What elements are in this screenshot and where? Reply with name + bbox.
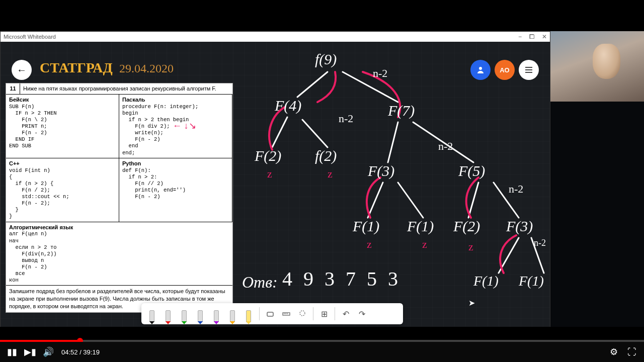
node-f1b: F(1) — [407, 218, 434, 235]
svg-rect-1 — [267, 312, 273, 316]
node-f2b: f(2) — [315, 147, 337, 164]
window-close[interactable]: ✕ — [542, 33, 547, 40]
pen-red[interactable] — [162, 305, 175, 322]
undo-button[interactable]: ↶ — [339, 307, 352, 320]
window-minimize[interactable]: − — [518, 33, 522, 40]
pen-black[interactable] — [145, 305, 158, 322]
next-button[interactable]: ▶▮ — [25, 347, 35, 357]
video-controls: ▮▮ ▶▮ 🔊 04:52 / 39:19 ⚙ ⛶ — [0, 342, 644, 362]
label-z4: z — [422, 238, 427, 251]
back-button[interactable]: ← — [12, 60, 32, 80]
menu-icon — [525, 67, 532, 73]
python-code: def F(n): if n > 2: F(n // 2) print(n, e… — [122, 167, 229, 201]
settings-button[interactable]: ⚙ — [609, 347, 619, 357]
label-z1: z — [267, 167, 272, 180]
label-z3: z — [367, 238, 372, 251]
participant-avatar-ao[interactable]: АО — [495, 60, 515, 80]
python-title: Python — [122, 160, 141, 166]
lasso-button[interactable] — [296, 307, 309, 320]
label-nm2-e: n-2 — [534, 238, 546, 248]
pascal-code: procedure F(n: integer); begin if n > 2 … — [122, 104, 229, 156]
label-nm2-b: n-2 — [339, 112, 353, 125]
answer-label: Отв: — [242, 273, 278, 292]
pen-green[interactable] — [178, 305, 191, 322]
alg-title: Алгоритмический язык — [9, 224, 73, 230]
node-f7: F(7) — [388, 102, 415, 119]
node-f4: F(4) — [275, 97, 301, 114]
basic-code: SUB F(n) IF n > 2 THEN F(n \ 2) PRINT n;… — [9, 104, 116, 150]
person-icon — [476, 66, 485, 74]
node-f5: F(5) — [458, 162, 485, 179]
node-f9: f(9) — [315, 51, 337, 68]
board-title: СТАТГРАД — [40, 60, 113, 76]
pascal-title: Паскаль — [122, 97, 145, 103]
presenter-webcam — [550, 31, 644, 102]
ruler-button[interactable] — [280, 307, 293, 320]
alg-code: алг F(цел n) нач если n > 2 то F(div(n,2… — [9, 231, 229, 284]
volume-button[interactable]: 🔊 — [43, 347, 53, 357]
window-titlebar: Microsoft Whiteboard − ⧠ ✕ — [1, 32, 550, 42]
problem-card: 11 Ниже на пяти языках программирования … — [6, 83, 233, 313]
whiteboard-canvas[interactable]: ← СТАТГРАД 29.04.2020 АО 11 Ниже на пяти… — [1, 42, 550, 327]
label-nm2-a: n-2 — [373, 67, 387, 80]
cpp-title: С++ — [9, 160, 20, 166]
label-z5: z — [468, 240, 473, 253]
mouse-cursor-icon: ➤ — [468, 298, 475, 307]
problem-number: 11 — [6, 83, 20, 94]
redo-button[interactable]: ↷ — [355, 307, 368, 320]
node-f1a: F(1) — [353, 218, 379, 235]
basic-title: Бейсик — [9, 97, 29, 103]
add-button[interactable]: ⊞ — [317, 307, 331, 320]
pen-blue[interactable] — [194, 305, 207, 322]
svg-point-0 — [479, 67, 482, 70]
play-pause-button[interactable]: ▮▮ — [7, 347, 17, 357]
label-nm2-d: n-2 — [509, 183, 523, 196]
board-menu-button[interactable] — [519, 60, 539, 80]
whiteboard-toolbar: ⊞ ↶ ↷ — [141, 303, 403, 324]
window-maximize[interactable]: ⧠ — [529, 33, 535, 40]
answer-value: 4 9 3 7 5 3 — [282, 267, 401, 291]
node-f3a: F(3) — [368, 162, 394, 179]
highlighter-yellow[interactable] — [242, 305, 255, 322]
node-f3b: F(3) — [506, 218, 533, 235]
node-f2c: F(2) — [453, 218, 480, 235]
pen-purple[interactable] — [210, 305, 223, 322]
participant-avatar-self[interactable] — [470, 60, 491, 80]
svg-point-6 — [300, 311, 305, 316]
board-date: 29.04.2020 — [119, 62, 174, 75]
whiteboard-window: Microsoft Whiteboard − ⧠ ✕ ← СТАТГРАД 29… — [0, 31, 550, 328]
back-arrow-icon: ← — [17, 64, 27, 76]
window-title: Microsoft Whiteboard — [4, 34, 56, 40]
pen-orange[interactable] — [226, 305, 239, 322]
fullscreen-button[interactable]: ⛶ — [627, 347, 637, 357]
problem-intro: Ниже на пяти языках программирования зап… — [20, 83, 232, 94]
node-f1c: F(1) — [473, 273, 499, 289]
node-f1d: F(1) — [519, 273, 544, 289]
label-z2: z — [328, 167, 333, 180]
eraser-button[interactable] — [264, 307, 277, 320]
cpp-code: void F(int n) { if (n > 2) { F(n / 2); s… — [9, 167, 116, 220]
label-nm2-c: n-2 — [438, 140, 453, 153]
svg-rect-2 — [283, 313, 290, 315]
node-f2a: F(2) — [255, 147, 281, 164]
time-display: 04:52 / 39:19 — [61, 348, 100, 356]
